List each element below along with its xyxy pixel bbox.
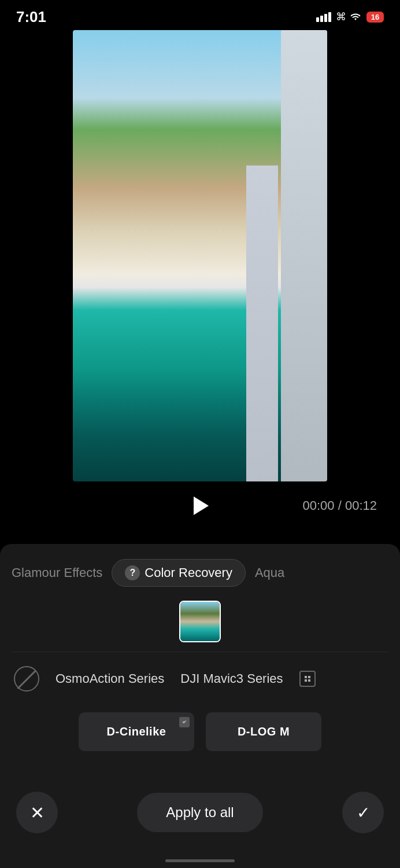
apply-all-button[interactable]: Apply to all [137,793,262,832]
series-dji-mavic3[interactable]: DJI Mavic3 Series [180,671,283,686]
filter-active-label: Color Recovery [145,565,232,580]
confirm-icon: ✓ [357,803,370,822]
video-controls: 00:00 / 00:12 [0,481,400,528]
lut-d-cinelike[interactable]: D-Cinelike [79,712,194,751]
filter-glamour-effects[interactable]: Glamour Effects [12,563,102,583]
beach-scene-image [73,30,327,481]
filter-color-recovery[interactable]: ? Color Recovery [112,559,246,587]
play-button[interactable] [187,493,213,518]
building-mid [246,165,278,481]
confirm-button[interactable]: ✓ [342,792,384,833]
video-preview [73,30,327,481]
time-display: 00:00 / 00:12 [303,498,377,513]
cancel-icon: ✕ [30,803,45,823]
no-effect-button[interactable] [14,666,39,692]
building-tall [281,30,327,481]
total-time: 00:12 [345,498,377,513]
filter-row: Glamour Effects ? Color Recovery Aqua [0,550,400,596]
svg-rect-0 [305,676,307,678]
bottom-panel: Glamour Effects ? Color Recovery Aqua Os… [0,544,400,868]
home-indicator [165,859,235,862]
filter-aqua[interactable]: Aqua [255,563,284,583]
thumbnail-row [0,596,400,652]
bottom-actions: ✕ Apply to all ✓ [0,792,400,833]
lut-d-cinelike-label: D-Cinelike [107,725,166,738]
cancel-button[interactable]: ✕ [16,792,58,833]
svg-rect-1 [308,676,310,678]
status-icons: ⌘ 16 [316,10,384,23]
series-row: OsmoAction Series DJI Mavic3 Series [0,652,400,705]
series-osmo-action[interactable]: OsmoAction Series [55,671,164,686]
series-arrow-button[interactable] [299,671,316,687]
lut-d-log-m[interactable]: D-LOG M [206,712,321,751]
wifi-icon: ⌘ [336,10,362,23]
battery-indicator: 16 [366,12,384,23]
time-separator: / [335,498,345,513]
lut-d-log-m-label: D-LOG M [238,725,290,738]
lut-row: D-Cinelike D-LOG M [0,705,400,758]
status-time: 7:01 [16,8,46,26]
svg-rect-2 [305,679,307,682]
current-time: 00:00 [303,498,335,513]
status-bar: 7:01 ⌘ 16 [0,0,400,30]
svg-rect-3 [308,679,310,682]
play-icon [194,496,209,515]
lut-d-cinelike-badge [179,717,190,727]
apply-all-label: Apply to all [166,804,234,820]
thumbnail-image [180,602,220,641]
signal-icon [316,12,331,22]
question-icon: ? [125,565,140,580]
thumbnail-selected[interactable] [179,601,221,642]
